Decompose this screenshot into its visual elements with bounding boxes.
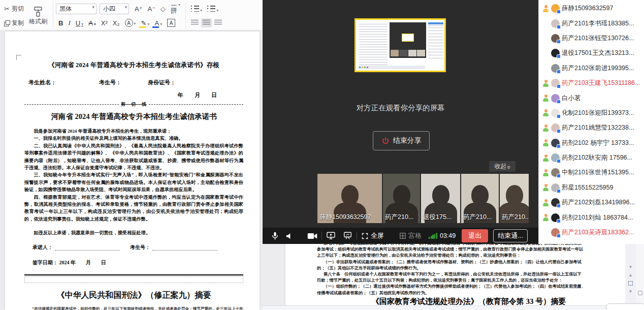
participant-row[interactable]: 药剂2101刘灿 1863784...: [539, 210, 644, 225]
video-name-label: 药产210...: [502, 213, 529, 222]
strikethrough-button[interactable]: A: [86, 19, 99, 27]
video-thumbnail[interactable]: 退役175...: [421, 174, 460, 223]
microphone-button[interactable]: [271, 231, 279, 241]
device-badge-icon: [557, 84, 561, 88]
subscript-button[interactable]: X₂: [110, 19, 122, 27]
collapse-video-strip-button[interactable]: 收起 »: [489, 161, 516, 172]
participant-row[interactable]: 白小茗: [539, 90, 644, 105]
participant-row[interactable]: 药产2101姚慧莹132238...: [539, 120, 644, 135]
avatar: [551, 19, 560, 28]
whiteboard-button[interactable]: [343, 231, 352, 240]
grid-label: 宫格: [408, 231, 422, 240]
grow-font-button[interactable]: A⁺: [132, 5, 145, 13]
video-thumbnail[interactable]: 薛静15093632597: [317, 174, 382, 223]
superscript-button[interactable]: X²: [99, 19, 110, 27]
regulations-title: 《国家教育考试违规处理办法》（教育部令第 33 号）摘要: [317, 297, 621, 306]
avatar: [551, 49, 560, 57]
avatar: [551, 79, 560, 87]
participant-name: 药剂2102耿安南 17596...: [562, 153, 632, 162]
share-preview-thumbnail[interactable]: [355, 18, 446, 72]
participant-row[interactable]: 药产2103吴诗晨183362...: [539, 225, 644, 240]
video-thumbnail[interactable]: 药产210...: [461, 174, 499, 223]
participant-name: 中制2101张世博151395...: [562, 168, 634, 177]
date-line: 年 月 日: [24, 91, 243, 99]
member-status-icon: [542, 199, 549, 206]
participant-row[interactable]: 化制2101张迎阳139373...: [539, 106, 644, 120]
participant-row[interactable]: 中制2101张世博151395...: [539, 165, 644, 180]
font-size-select[interactable]: 小四: [100, 4, 129, 14]
participant-row[interactable]: 药产2102张前进199395...: [539, 61, 644, 76]
cut-button[interactable]: ✂ 剪切: [2, 4, 26, 14]
participant-row[interactable]: 药产2103王建飞15311186...: [539, 76, 644, 90]
highlight-color-button[interactable]: ✎: [139, 19, 152, 27]
participant-row[interactable]: 药剂2102 杨宇宁 13733...: [539, 136, 644, 150]
empty-box: [24, 276, 243, 283]
preview-taskbar: [358, 66, 425, 69]
tool-dot-icon[interactable]: [638, 291, 642, 295]
format-painter-label: 格式刷: [29, 17, 47, 26]
video-thumbnail[interactable]: 药产210...: [383, 174, 420, 223]
end-call-button[interactable]: 结束通...: [493, 229, 528, 242]
next-page-icon[interactable]: ▼: [629, 290, 633, 293]
nav-down-icon[interactable]: ▼: [629, 265, 633, 269]
char-border-button[interactable]: A: [165, 19, 178, 27]
screen-share-button[interactable]: [326, 231, 336, 240]
end-share-button[interactable]: 结束分享: [373, 131, 430, 150]
pinyin-guide-button[interactable]: wén 拼: [168, 3, 183, 15]
align-right-button[interactable]: [212, 20, 224, 26]
control-divider: [321, 232, 322, 240]
camera-button[interactable]: [307, 232, 317, 240]
participant-name: 退役17501王文杰13213...: [562, 49, 634, 57]
participant-row[interactable]: 药剂2102耿安南 17596...: [539, 150, 644, 165]
participant-row[interactable]: 药产2101张钰莹130726...: [539, 31, 644, 46]
device-badge-icon: [557, 189, 561, 193]
italic-button[interactable]: I: [66, 19, 73, 27]
align-left-button[interactable]: [188, 20, 201, 26]
fullscreen-button[interactable]: 全屏: [361, 231, 384, 240]
avatar: [551, 109, 560, 117]
avatar: [551, 94, 560, 103]
control-divider: [357, 232, 357, 240]
page-thumb-icon[interactable]: [628, 281, 633, 286]
bullet-list-button[interactable]: [188, 5, 205, 13]
format-painter-button[interactable]: 格式刷: [26, 2, 50, 30]
copy-button[interactable]: 复制: [2, 18, 26, 28]
participant-row[interactable]: 邢星15515225959: [539, 180, 644, 195]
avatar: [551, 4, 560, 13]
document-paragraph: 一、我报名时所提供的相关证件及网上填写的基本情况信息真实、准确。: [24, 135, 243, 142]
grid-icon: [399, 232, 406, 239]
shrink-font-button[interactable]: A⁻: [145, 5, 158, 13]
align-left-icon: [191, 20, 199, 26]
document-title: 河南省 2024 年普通高校专升本招生考生诚信承诺书: [24, 112, 243, 121]
participant-row[interactable]: 药产2101李书瑶183385...: [539, 16, 644, 30]
avatar: [551, 168, 560, 177]
bold-button[interactable]: B: [56, 19, 66, 27]
avatar: [551, 228, 560, 237]
prev-page-icon[interactable]: ▲: [629, 274, 633, 276]
align-center-button[interactable]: [201, 18, 212, 27]
call-timer: 03:49: [440, 232, 456, 239]
meeting-share-window: 对方正在观看你分享的屏幕 结束分享 收起 » 薛静15093632597 药产2…: [263, 0, 538, 244]
numbered-list-button[interactable]: [205, 5, 221, 13]
device-badge-icon: [557, 25, 561, 29]
avatar: [551, 139, 560, 147]
document-page-1: 《河南省 2024 年普通高校专升本招生考生诚信承诺书》存根 考生姓名： 考生号…: [5, 32, 260, 310]
document-line: （一）组织作弊的；（二）通过提供考试作弊器材等方式为作弊提供帮助或者便利的；（三…: [317, 284, 621, 290]
participant-row[interactable]: 药产2102刘磊13419896...: [539, 195, 644, 210]
video-name-label: 药产210...: [385, 213, 413, 222]
speaker-button[interactable]: [285, 232, 293, 240]
field-id-no: 身份证号：: [148, 79, 176, 86]
font-color-button[interactable]: A: [152, 19, 165, 27]
participant-row[interactable]: 退役17501王文杰13213...: [539, 46, 644, 60]
format-painter-icon: [33, 6, 43, 17]
video-thumbnail[interactable]: 药产210...: [500, 174, 529, 223]
underline-button[interactable]: U: [73, 19, 86, 27]
grid-view-button[interactable]: 宫格: [399, 231, 422, 240]
device-badge-icon: [557, 159, 561, 163]
device-badge-icon: [557, 40, 561, 44]
exit-button[interactable]: 退出: [462, 229, 488, 242]
text-effect-button[interactable]: A: [122, 19, 139, 27]
eraser-button[interactable]: ◇: [158, 5, 168, 13]
font-name-select[interactable]: 黑体: [56, 4, 96, 14]
participant-row[interactable]: 薛静15093632597: [539, 1, 644, 16]
